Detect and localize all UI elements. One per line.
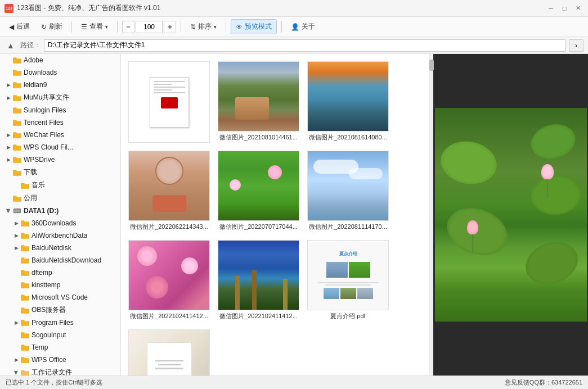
path-go-button[interactable]: ›	[569, 39, 583, 52]
app-icon: 123	[5, 4, 14, 13]
sidebar-item-obs[interactable]: ▶ OBS服务器	[0, 304, 120, 316]
toolbar: ◀ 后退 ↻ 刷新 ☰ 查看 ▾ － ＋ ⇅ 排序 ▾ 👁 预览模式 👤 关于	[0, 17, 588, 37]
back-button[interactable]: ◀ 后退	[5, 20, 34, 34]
file-thumbnail	[218, 240, 299, 310]
view-dropdown-icon: ▾	[105, 24, 108, 30]
sidebar-item-downloads[interactable]: ▶ Downloads	[0, 66, 120, 79]
status-bar: 已选中 1 个文件，按住Ctrl键可多选 意见反馈QQ群：634722651	[0, 376, 588, 389]
zoom-out-button[interactable]: －	[122, 21, 134, 33]
folder-icon	[20, 368, 29, 376]
svg-rect-9	[13, 107, 17, 110]
minimize-button[interactable]: ─	[545, 3, 556, 14]
folder-icon	[20, 256, 29, 265]
file-item-obs-pdf[interactable]: obs-browsertg-zh.pdf	[125, 58, 213, 146]
file-item-photo-partial[interactable]: 微信图片_...	[125, 327, 213, 376]
sidebar-item-adobe[interactable]: ▶ Adobe	[0, 54, 120, 66]
sidebar-item-public[interactable]: ▶ 公用	[0, 192, 120, 205]
tree-arrow: ▶	[12, 356, 20, 364]
refresh-button[interactable]: ↻ 刷新	[37, 20, 67, 34]
svg-rect-1	[13, 57, 17, 60]
file-item-photo-trees[interactable]: 微信图片_2022102411412...	[215, 237, 302, 324]
close-button[interactable]: ✕	[572, 3, 583, 14]
svg-rect-22	[21, 183, 25, 185]
preview-mode-button[interactable]: 👁 预览模式	[231, 19, 277, 34]
zoom-input[interactable]	[136, 21, 163, 33]
sidebar-item-tencent[interactable]: ▶ Tencent Files	[0, 116, 120, 129]
file-thumbnail	[128, 240, 210, 310]
file-name: 微信图片_2022062214343...	[128, 223, 210, 230]
separator-1	[71, 21, 72, 33]
app-title: 123看图 - 免费、纯净、无广告的看图软件 v1.01	[17, 3, 545, 13]
svg-rect-17	[13, 157, 17, 159]
separator-3	[181, 21, 181, 33]
sidebar: ▶ Adobe ▶ Downloads ▶ leidian9 ▶	[0, 54, 121, 376]
file-item-photo-flowers[interactable]: 微信图片_2022102411412...	[125, 237, 213, 324]
sort-button[interactable]: ⇅ 排序 ▾	[186, 20, 221, 34]
window-controls: ─ □ ✕	[545, 3, 583, 14]
file-name: 微信图片_2022070717044...	[218, 223, 299, 230]
sidebar-item-temp[interactable]: ▶ Temp	[0, 341, 120, 354]
file-name: 微信图片_2021081014461...	[218, 133, 299, 141]
svg-rect-35	[21, 257, 25, 260]
sidebar-item-dftemp[interactable]: ▶ dftemp	[0, 266, 120, 279]
tree-arrow: ▶	[5, 143, 12, 151]
sidebar-item-vscode[interactable]: ▶ Microsoft VS Code	[0, 291, 120, 304]
maximize-button[interactable]: □	[559, 3, 570, 14]
file-item-photo-lotus1[interactable]: 微信图片_2022070717044...	[215, 148, 302, 235]
tree-arrow: ▶	[5, 81, 12, 89]
refresh-icon: ↻	[41, 23, 47, 31]
folder-icon	[20, 243, 29, 252]
sidebar-item-baidu[interactable]: ▶ BaiduNetdisk	[0, 242, 120, 254]
separator-4	[226, 21, 226, 33]
main-area: ▶ Adobe ▶ Downloads ▶ leidian9 ▶	[0, 54, 588, 376]
sidebar-item-data1[interactable]: ▶ DATA1 (D:)	[0, 205, 120, 217]
folder-icon	[20, 355, 29, 364]
file-name: 夏点介绍.pdf	[307, 312, 389, 320]
about-button[interactable]: 👤 关于	[286, 20, 320, 34]
sidebar-item-wpsoffice[interactable]: ▶ WPS Office	[0, 354, 120, 366]
sidebar-item-wpsdrive[interactable]: ▶ WPSDrive	[0, 153, 120, 166]
sidebar-item-downloads-cn[interactable]: ▶ ↓ 下载	[0, 166, 120, 179]
title-bar: 123 123看图 - 免费、纯净、无广告的看图软件 v1.01 ─ □ ✕	[0, 0, 588, 17]
up-button[interactable]: ▲	[5, 40, 17, 51]
file-item-photo-cat[interactable]: 微信图片_2022062214343...	[125, 148, 213, 235]
sidebar-item-wpscloud[interactable]: ▶ WPS Cloud Fil...	[0, 141, 120, 153]
file-thumbnail	[128, 151, 210, 221]
folder-icon	[12, 56, 21, 65]
file-grid-scrollbar[interactable]	[429, 54, 433, 376]
file-item-photo-garden[interactable]: 微信图片_2021081014461...	[215, 58, 302, 146]
sidebar-item-wechat[interactable]: ▶ WeChat Files	[0, 129, 120, 141]
tree-arrow: ▶	[5, 156, 12, 164]
sidebar-item-music[interactable]: ▶ 音乐	[0, 179, 120, 192]
file-item-photo-clouds[interactable]: 微信图片_2022081114170...	[304, 148, 392, 235]
file-item-xiadian-pdf[interactable]: 夏点介绍 夏点介绍.pdf	[304, 237, 392, 324]
zoom-in-button[interactable]: ＋	[164, 21, 176, 33]
sidebar-item-sunlogin[interactable]: ▶ Sunlogin Files	[0, 104, 120, 116]
folder-icon	[20, 281, 29, 290]
view-button[interactable]: ☰ 查看 ▾	[77, 20, 113, 34]
sidebar-item-sogou[interactable]: ▶ SogouInput	[0, 329, 120, 341]
file-thumbnail	[218, 61, 299, 132]
svg-rect-13	[13, 132, 17, 134]
folder-icon	[12, 106, 21, 115]
sidebar-item-baidu-download[interactable]: ▶ BaiduNetdiskDownload	[0, 254, 120, 266]
folder-icon	[12, 68, 21, 77]
preview-icon: 👁	[236, 23, 243, 31]
user-icon: 👤	[291, 23, 299, 31]
content-area: obs-browsertg-zh.pdf 微信图片_2021081014461.…	[121, 54, 588, 376]
sidebar-item-leidian9[interactable]: ▶ leidian9	[0, 79, 120, 91]
sidebar-item-workrecord[interactable]: ▶ 工作记录文件	[0, 366, 120, 376]
preview-panel	[433, 54, 588, 376]
sidebar-item-mumu[interactable]: ▶ MuMu共享文件	[0, 91, 120, 104]
sidebar-item-kinsttemp[interactable]: ▶ kinsttemp	[0, 279, 120, 291]
path-input[interactable]	[44, 39, 565, 52]
file-name: 微信图片_2021081614080...	[307, 133, 389, 141]
file-item-photo-sky[interactable]: 微信图片_2021081614080...	[304, 58, 392, 146]
sidebar-item-ali[interactable]: ▶ AliWorkbenchData	[0, 229, 120, 242]
sidebar-item-programfiles[interactable]: ▶ Program Files	[0, 316, 120, 329]
svg-rect-7	[13, 95, 17, 97]
svg-rect-33	[21, 245, 25, 247]
sidebar-item-360[interactable]: ▶ 360Downloads	[0, 217, 120, 229]
sort-dropdown-icon: ▾	[214, 24, 217, 30]
status-right: 意见反馈QQ群：634722651	[505, 378, 582, 387]
